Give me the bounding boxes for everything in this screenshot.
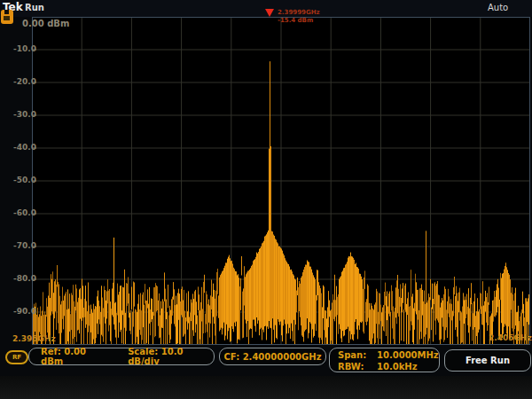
center-frequency-box[interactable]: CF: 2.40000000GHz: [219, 348, 326, 365]
peak-marker-icon[interactable]: [265, 9, 274, 17]
acquisition-status: Run: [25, 3, 44, 12]
trigger-mode-value: Free Run: [466, 356, 510, 365]
y-axis-tick-label: -80.0: [13, 274, 43, 283]
spectrum-analyzer-screen: Tek Run Auto 0.00 dBm -10.0-20.0-30.0-40…: [0, 0, 532, 399]
marker-frequency-readout: 2.39999GHz: [278, 9, 320, 16]
y-axis-tick-label: -10.0: [13, 44, 43, 53]
marker-amplitude-readout: -15.4 dBm: [278, 17, 313, 24]
rf-badge[interactable]: RF: [5, 350, 28, 364]
span-value: 10.0000MHz: [377, 349, 439, 361]
bottom-status-bar: RF Ref: 0.00 dBm Scale: 10.0 dB/div CF: …: [0, 346, 532, 376]
center-frequency-value: CF: 2.40000000GHz: [224, 352, 322, 362]
stop-frequency-label: 2.405GHz: [489, 333, 532, 342]
rbw-value: 10.0kHz: [377, 361, 418, 372]
trigger-mode-box[interactable]: Free Run: [444, 349, 531, 372]
rf-trace-handle-icon[interactable]: [1, 10, 13, 24]
trigger-status: Auto: [488, 3, 508, 12]
rbw-label: RBW:: [338, 361, 377, 372]
start-frequency-label: 2.395GHz: [12, 334, 56, 343]
span-rbw-box[interactable]: Span: 10.0000MHz RBW: 10.0kHz: [329, 348, 440, 372]
scale-value: Scale: 10.0 dB/div: [128, 347, 214, 366]
y-axis-tick-label: -60.0: [13, 208, 43, 217]
y-axis-tick-label: -50.0: [13, 176, 43, 184]
spectrum-graticule[interactable]: [32, 17, 530, 345]
y-axis-tick-label: -30.0: [13, 110, 43, 119]
y-axis-tick-label: -90.0: [13, 307, 43, 316]
y-axis-tick-label: -20.0: [13, 77, 43, 86]
span-label: Span:: [338, 349, 377, 361]
y-axis-tick-label: -70.0: [13, 241, 43, 250]
y-axis-tick-label: -40.0: [13, 143, 43, 152]
ref-level-label: 0.00 dBm: [22, 19, 69, 28]
spectrum-trace: [32, 17, 530, 345]
ref-level-value: Ref: 0.00 dBm: [41, 347, 108, 366]
bottom-bezel: [0, 376, 532, 399]
ref-scale-box[interactable]: Ref: 0.00 dBm Scale: 10.0 dB/div: [28, 348, 215, 365]
